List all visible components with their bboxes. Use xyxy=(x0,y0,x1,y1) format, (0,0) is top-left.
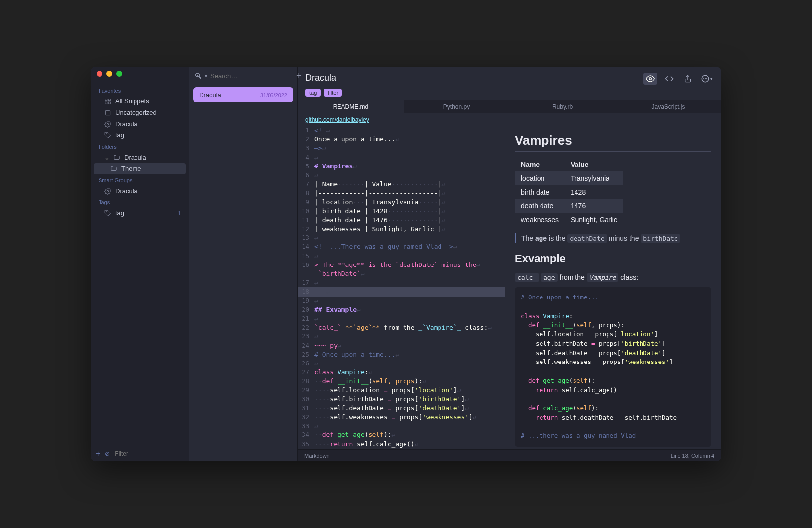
tag-pill[interactable]: tag xyxy=(305,89,321,97)
sidebar-folder-root[interactable]: ⌄ Dracula xyxy=(91,152,189,163)
svg-point-6 xyxy=(106,133,107,134)
svg-point-8 xyxy=(106,211,107,212)
gear-icon xyxy=(104,188,111,195)
svg-rect-2 xyxy=(105,102,107,104)
svg-point-14 xyxy=(706,79,707,79)
chevron-down-icon: ⌄ xyxy=(104,154,109,161)
sidebar-section-tags: Tags xyxy=(91,197,189,207)
snippet-link[interactable]: github.com/danielbayley xyxy=(305,116,369,123)
search-input[interactable] xyxy=(210,72,293,80)
add-button[interactable]: + xyxy=(96,449,100,458)
snippet-title[interactable]: Dracula xyxy=(305,73,336,83)
svg-rect-3 xyxy=(108,102,110,104)
preview-toggle-button[interactable] xyxy=(643,73,657,85)
window-maximize-button[interactable] xyxy=(116,71,122,77)
tab-readme-md[interactable]: README.md xyxy=(298,100,404,113)
table-row: birth date1428 xyxy=(515,185,623,199)
share-button[interactable] xyxy=(681,73,695,85)
table-header: Value xyxy=(565,158,623,171)
svg-rect-1 xyxy=(108,99,110,100)
list-item-title: Dracula xyxy=(199,91,221,99)
table-row: locationTransylvania xyxy=(515,171,623,185)
sidebar-item-favorites-0[interactable]: All Snippets xyxy=(91,96,189,107)
sidebar-item-tags-0[interactable]: tag1 xyxy=(91,207,189,219)
sidebar-item-favorites-1[interactable]: Uncategorized xyxy=(91,107,189,118)
preview-blockquote: The age is the deathDate minus the birth… xyxy=(515,233,711,243)
sidebar-section-smart-groups: Smart Groups xyxy=(91,174,189,185)
search-icon: 🔍︎ xyxy=(194,72,202,81)
tag-icon xyxy=(104,132,111,139)
sidebar-item-label: Dracula xyxy=(124,154,146,161)
snippet-list: 🔍︎ ▾ + Dracula31/05/2022 xyxy=(189,67,298,461)
tab-ruby-rb[interactable]: Ruby.rb xyxy=(509,100,615,113)
list-item[interactable]: Dracula31/05/2022 xyxy=(193,87,293,102)
window-minimize-button[interactable] xyxy=(106,71,112,77)
preview-pane: Vampires NameValue locationTransylvaniab… xyxy=(505,126,721,449)
sidebar-section-folders: Folders xyxy=(91,141,189,152)
svg-point-12 xyxy=(703,79,704,79)
preview-paragraph: calc_ age from the Vampire class: xyxy=(515,273,711,281)
svg-point-9 xyxy=(649,78,652,80)
sidebar-folder-theme[interactable]: Theme xyxy=(94,163,186,174)
sidebar-filter-input[interactable] xyxy=(115,450,189,457)
svg-point-5 xyxy=(107,123,109,125)
sidebar-item-label: Uncategorized xyxy=(115,109,157,116)
code-toggle-button[interactable] xyxy=(662,73,676,85)
sidebar-item-label: Dracula xyxy=(115,187,137,195)
sidebar-item-favorites-3[interactable]: tag xyxy=(91,130,189,141)
grid-icon xyxy=(104,98,111,105)
svg-point-13 xyxy=(705,79,705,79)
sidebar-item-label: Theme xyxy=(121,165,141,172)
code-editor[interactable]: 1<!—↵2Once a upon a time...↵3—>↵4↵5# Vam… xyxy=(298,126,505,449)
status-language: Markdown xyxy=(304,453,330,459)
tag-pill[interactable]: filter xyxy=(324,89,342,97)
preview-heading-2: Exvample xyxy=(515,252,711,268)
status-cursor-position: Line 18, Column 4 xyxy=(671,453,714,459)
sidebar-item-count: 1 xyxy=(178,210,181,216)
sidebar-item-label: All Snippets xyxy=(115,98,149,105)
sidebar-item-smart-groups-0[interactable]: Dracula xyxy=(91,185,189,197)
tab-javascript-js[interactable]: JavaScript.js xyxy=(615,100,721,113)
sidebar-item-label: tag xyxy=(115,132,124,139)
filter-icon: ⊘ xyxy=(105,450,110,457)
folder-icon xyxy=(113,154,120,161)
sidebar-section-favorites: Favorites xyxy=(91,85,189,96)
box-icon xyxy=(104,109,111,116)
svg-rect-0 xyxy=(105,99,107,100)
more-button[interactable]: ▾ xyxy=(700,73,713,85)
svg-rect-4 xyxy=(105,110,110,115)
svg-point-7 xyxy=(107,190,109,192)
sidebar: Favorites All SnippetsUncategorizedDracu… xyxy=(91,67,189,461)
status-bar: Markdown Line 18, Column 4 xyxy=(298,449,721,461)
sidebar-item-label: tag xyxy=(115,209,124,217)
window-close-button[interactable] xyxy=(97,71,102,77)
table-row: weaknessesSunlight, Garlic xyxy=(515,213,623,227)
folder-icon xyxy=(110,165,117,172)
chevron-down-icon[interactable]: ▾ xyxy=(205,73,207,79)
tab-python-py[interactable]: Python.py xyxy=(404,100,509,113)
list-item-date: 31/05/2022 xyxy=(260,92,287,98)
gear-icon xyxy=(104,121,111,128)
tag-icon xyxy=(104,210,111,217)
preview-heading-1: Vampires xyxy=(515,133,711,152)
preview-table: NameValue locationTransylvaniabirth date… xyxy=(515,158,623,227)
sidebar-item-favorites-2[interactable]: Dracula xyxy=(91,118,189,130)
preview-code-block: # Once upon a time... class Vampire: def… xyxy=(515,287,711,447)
sidebar-item-label: Dracula xyxy=(115,120,137,128)
table-header: Name xyxy=(515,158,565,171)
table-row: death date1476 xyxy=(515,199,623,213)
